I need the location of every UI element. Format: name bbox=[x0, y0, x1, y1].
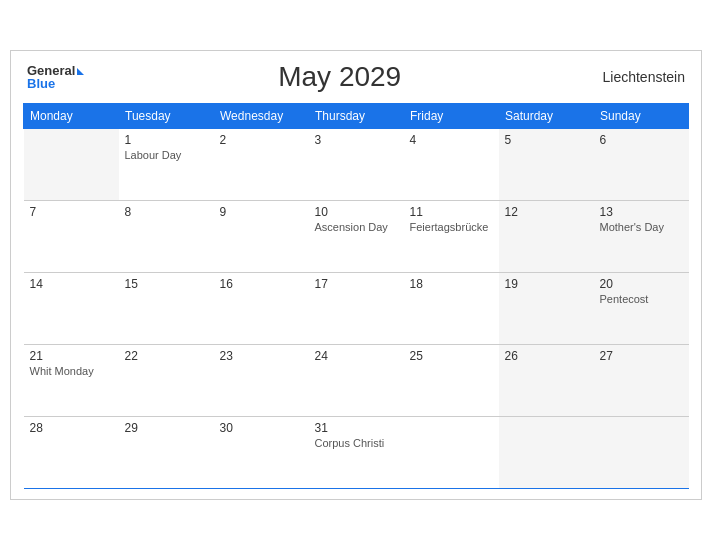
weekday-header-sunday: Sunday bbox=[594, 104, 689, 129]
calendar-cell: 30 bbox=[214, 417, 309, 489]
day-event: Pentecost bbox=[600, 293, 683, 305]
calendar-cell: 31Corpus Christi bbox=[309, 417, 404, 489]
day-number: 13 bbox=[600, 205, 683, 219]
calendar-cell: 1Labour Day bbox=[119, 129, 214, 201]
day-number: 7 bbox=[30, 205, 113, 219]
day-number: 16 bbox=[220, 277, 303, 291]
weekday-header-row: MondayTuesdayWednesdayThursdayFridaySatu… bbox=[24, 104, 689, 129]
day-number: 14 bbox=[30, 277, 113, 291]
calendar-cell: 12 bbox=[499, 201, 594, 273]
day-number: 17 bbox=[315, 277, 398, 291]
logo-triangle-icon bbox=[77, 68, 84, 75]
calendar-cell: 26 bbox=[499, 345, 594, 417]
day-number: 3 bbox=[315, 133, 398, 147]
calendar-cell: 10Ascension Day bbox=[309, 201, 404, 273]
calendar-cell: 22 bbox=[119, 345, 214, 417]
calendar-cell: 6 bbox=[594, 129, 689, 201]
calendar-week-row: 14151617181920Pentecost bbox=[24, 273, 689, 345]
day-number: 15 bbox=[125, 277, 208, 291]
country-label: Liechtenstein bbox=[595, 69, 685, 85]
day-number: 22 bbox=[125, 349, 208, 363]
calendar-cell bbox=[24, 129, 119, 201]
day-number: 10 bbox=[315, 205, 398, 219]
day-number: 24 bbox=[315, 349, 398, 363]
day-number: 8 bbox=[125, 205, 208, 219]
calendar-cell: 27 bbox=[594, 345, 689, 417]
day-number: 28 bbox=[30, 421, 113, 435]
weekday-header-tuesday: Tuesday bbox=[119, 104, 214, 129]
calendar-cell: 8 bbox=[119, 201, 214, 273]
logo: General Blue bbox=[27, 64, 84, 90]
day-number: 9 bbox=[220, 205, 303, 219]
calendar-header: General Blue May 2029 Liechtenstein bbox=[23, 61, 689, 93]
day-number: 4 bbox=[410, 133, 493, 147]
calendar-cell: 9 bbox=[214, 201, 309, 273]
calendar-cell: 17 bbox=[309, 273, 404, 345]
day-number: 1 bbox=[125, 133, 208, 147]
calendar-cell: 28 bbox=[24, 417, 119, 489]
day-number: 6 bbox=[600, 133, 683, 147]
calendar-week-row: 21Whit Monday222324252627 bbox=[24, 345, 689, 417]
day-event: Ascension Day bbox=[315, 221, 398, 233]
calendar-cell: 23 bbox=[214, 345, 309, 417]
calendar-cell: 4 bbox=[404, 129, 499, 201]
calendar-week-row: 1Labour Day23456 bbox=[24, 129, 689, 201]
calendar-cell: 3 bbox=[309, 129, 404, 201]
day-number: 23 bbox=[220, 349, 303, 363]
day-event: Labour Day bbox=[125, 149, 208, 161]
calendar-cell: 7 bbox=[24, 201, 119, 273]
calendar-cell: 15 bbox=[119, 273, 214, 345]
calendar-table: MondayTuesdayWednesdayThursdayFridaySatu… bbox=[23, 103, 689, 489]
day-event: Feiertagsbrücke bbox=[410, 221, 493, 233]
day-number: 21 bbox=[30, 349, 113, 363]
calendar-week-row: 78910Ascension Day11Feiertagsbrücke1213M… bbox=[24, 201, 689, 273]
calendar-cell: 2 bbox=[214, 129, 309, 201]
calendar-cell bbox=[499, 417, 594, 489]
calendar-cell: 24 bbox=[309, 345, 404, 417]
calendar-cell: 21Whit Monday bbox=[24, 345, 119, 417]
calendar-week-row: 28293031Corpus Christi bbox=[24, 417, 689, 489]
calendar-cell: 11Feiertagsbrücke bbox=[404, 201, 499, 273]
day-number: 19 bbox=[505, 277, 588, 291]
calendar-container: General Blue May 2029 Liechtenstein Mond… bbox=[10, 50, 702, 500]
weekday-header-wednesday: Wednesday bbox=[214, 104, 309, 129]
calendar-cell: 29 bbox=[119, 417, 214, 489]
day-number: 11 bbox=[410, 205, 493, 219]
day-number: 5 bbox=[505, 133, 588, 147]
calendar-cell: 5 bbox=[499, 129, 594, 201]
day-number: 29 bbox=[125, 421, 208, 435]
weekday-header-monday: Monday bbox=[24, 104, 119, 129]
calendar-cell: 13Mother's Day bbox=[594, 201, 689, 273]
day-number: 26 bbox=[505, 349, 588, 363]
day-number: 12 bbox=[505, 205, 588, 219]
day-number: 27 bbox=[600, 349, 683, 363]
month-title: May 2029 bbox=[84, 61, 595, 93]
day-number: 30 bbox=[220, 421, 303, 435]
day-event: Mother's Day bbox=[600, 221, 683, 233]
calendar-cell: 20Pentecost bbox=[594, 273, 689, 345]
calendar-cell: 14 bbox=[24, 273, 119, 345]
day-number: 20 bbox=[600, 277, 683, 291]
calendar-cell: 16 bbox=[214, 273, 309, 345]
day-number: 2 bbox=[220, 133, 303, 147]
day-number: 25 bbox=[410, 349, 493, 363]
calendar-cell: 25 bbox=[404, 345, 499, 417]
day-event: Corpus Christi bbox=[315, 437, 398, 449]
logo-blue-text: Blue bbox=[27, 77, 84, 90]
calendar-cell: 18 bbox=[404, 273, 499, 345]
weekday-header-thursday: Thursday bbox=[309, 104, 404, 129]
day-number: 18 bbox=[410, 277, 493, 291]
day-number: 31 bbox=[315, 421, 398, 435]
weekday-header-friday: Friday bbox=[404, 104, 499, 129]
calendar-cell bbox=[594, 417, 689, 489]
weekday-header-saturday: Saturday bbox=[499, 104, 594, 129]
calendar-cell: 19 bbox=[499, 273, 594, 345]
calendar-cell bbox=[404, 417, 499, 489]
day-event: Whit Monday bbox=[30, 365, 113, 377]
